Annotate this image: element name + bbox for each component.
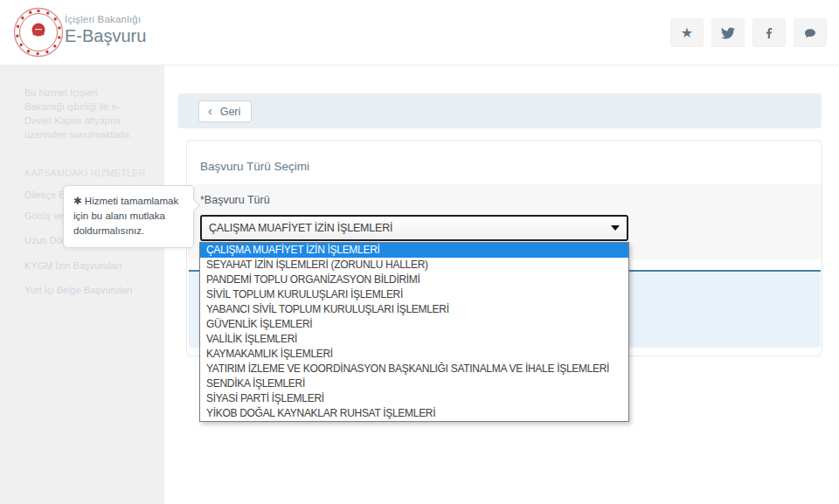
dropdown-option[interactable]: GÜVENLİK İŞLEMLERİ — [200, 317, 628, 332]
caret-down-icon — [611, 225, 620, 231]
dropdown-option[interactable]: YİKOB DOĞAL KAYNAKLAR RUHSAT İŞLEMLERİ — [200, 406, 628, 421]
brand-block: İçişleri Bakanlığı E-Başvuru — [65, 14, 146, 46]
dropdown-option[interactable]: PANDEMİ TOPLU ORGANİZASYON BİLDİRİMİ — [200, 273, 628, 287]
social-buttons: ★ — [670, 18, 827, 47]
sidebar-service-note: Bu hizmet İçişleri Bakanlığı işbirliği i… — [24, 86, 140, 142]
sidebar-menu-item[interactable]: Yurt İçi Belge Başvuruları — [24, 283, 156, 298]
sidebar-menu-item[interactable]: KYGM İzin Başvuruları — [24, 259, 156, 273]
sidebar-section-title: KAPSAMDAKİ HİZMETLER — [24, 168, 147, 178]
back-button-label: Geri — [220, 106, 241, 118]
page-toolbar: ‹ Geri — [178, 93, 822, 128]
twitter-icon — [721, 26, 735, 40]
app-header: İçişleri Bakanlığı E-Başvuru ★ — [0, 0, 839, 66]
app-title: E-Başvuru — [65, 26, 146, 46]
dropdown-option[interactable]: KAYMAKAMLIK İŞLEMLERİ — [200, 347, 628, 362]
type-dropdown-list: ÇALIŞMA MUAFİYET İZİN İŞLEMLERİSEYAHAT İ… — [199, 242, 629, 422]
dropdown-option[interactable]: VALİLİK İŞLEMLERİ — [200, 332, 628, 347]
dropdown-option[interactable]: YATIRIM İZLEME VE KOORDİNASYON BAŞKANLIĞ… — [200, 362, 628, 376]
facebook-button[interactable] — [752, 18, 786, 47]
ministry-emblem-logo — [12, 6, 65, 59]
chevron-left-icon: ‹ — [208, 105, 212, 117]
e-basvuru-page: İçişleri Bakanlığı E-Başvuru ★ Bu hizmet… — [0, 0, 839, 504]
twitter-button[interactable] — [711, 18, 745, 47]
comment-button[interactable] — [794, 18, 827, 47]
dropdown-option[interactable]: ÇALIŞMA MUAFİYET İZİN İŞLEMLERİ — [200, 243, 628, 258]
application-type-label: *Başvuru Türü — [200, 194, 270, 206]
back-button[interactable]: ‹ Geri — [198, 100, 252, 122]
star-button[interactable]: ★ — [670, 18, 704, 47]
select-current-value: ÇALIŞMA MUAFİYET İZİN İŞLEMLERİ — [202, 222, 611, 234]
card-title: Başvuru Türü Seçimi — [200, 160, 309, 173]
tooltip-text: ✱ Hizmeti tamamlamak için bu alanı mutla… — [73, 194, 184, 238]
facebook-icon — [762, 26, 776, 40]
dropdown-option[interactable]: SENDİKA İŞLEMLERİ — [200, 376, 628, 391]
star-icon: ★ — [681, 26, 693, 40]
comment-icon — [803, 26, 817, 40]
dropdown-option[interactable]: YABANCI SİVİL TOPLUM KURULUŞLARI İŞLEMLE… — [200, 302, 628, 317]
ministry-label: İçişleri Bakanlığı — [65, 14, 146, 24]
application-type-select[interactable]: ÇALIŞMA MUAFİYET İZİN İŞLEMLERİ — [200, 215, 628, 241]
dropdown-option[interactable]: SİYASİ PARTİ İŞLEMLERİ — [200, 391, 628, 406]
dropdown-option[interactable]: SEYAHAT İZİN İŞLEMLERİ (ZORUNLU HALLER) — [200, 258, 628, 273]
required-field-tooltip: ✱ Hizmeti tamamlamak için bu alanı mutla… — [63, 185, 194, 248]
dropdown-option[interactable]: SİVİL TOPLUM KURULUŞLARI İŞLEMLERİ — [200, 287, 628, 302]
sidebar: Bu hizmet İçişleri Bakanlığı işbirliği i… — [0, 66, 164, 504]
